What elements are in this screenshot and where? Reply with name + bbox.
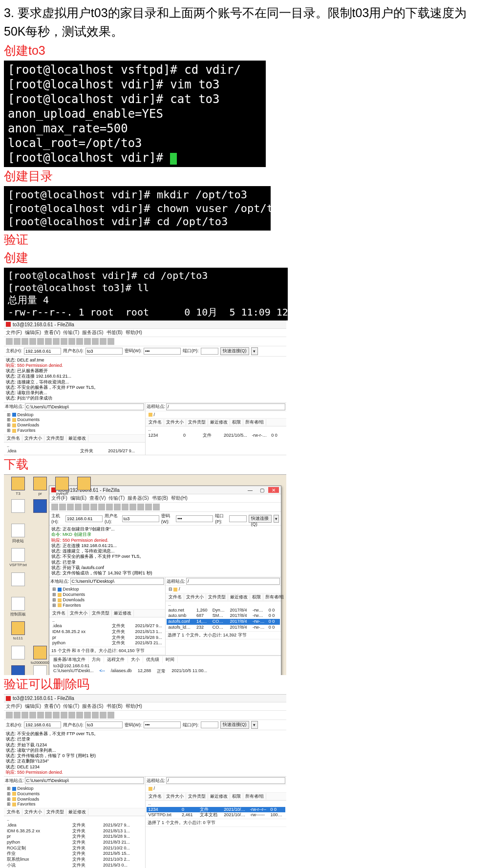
column-header[interactable]: 所有者/组 — [263, 594, 287, 600]
desktop-icon[interactable]: aliases.db — [31, 665, 49, 675]
local-path-input[interactable] — [25, 403, 144, 410]
menu-item[interactable]: 查看(V) — [89, 495, 106, 501]
toolbar-button-icon[interactable] — [76, 338, 83, 345]
menu-item[interactable]: 传输(T) — [108, 495, 125, 501]
list-item[interactable]: .. — [147, 801, 286, 807]
column-header[interactable]: 文件类型 — [186, 419, 208, 425]
toolbar-button-icon[interactable] — [75, 504, 82, 510]
toolbar-button-icon[interactable] — [14, 712, 21, 719]
list-item[interactable]: IDM 6.38.25.2 xx文件夹2021/8/13 1... — [5, 828, 144, 834]
toolbar-button-icon[interactable] — [21, 338, 28, 345]
log-panel[interactable]: 状态: 不安全的服务器，不支持 FTP over TLS。状态: 已登录状态: … — [4, 730, 286, 777]
local-path-input[interactable] — [70, 578, 164, 585]
column-header[interactable]: 权限 — [250, 594, 263, 600]
user-input[interactable] — [85, 721, 123, 728]
menubar[interactable]: 文件(F)编辑(E)查看(V)传输(T)服务器(S)书签(B)帮助(H) — [49, 494, 281, 503]
column-header[interactable]: 文件类型 — [186, 793, 208, 800]
column-header[interactable]: 文件大小 — [22, 435, 44, 442]
toolbar-button-icon[interactable] — [145, 504, 152, 510]
menu-item[interactable]: 文件(F) — [6, 703, 22, 709]
queue-column-header[interactable]: 服务器/本地文件 — [50, 656, 89, 663]
queue-row[interactable]: to3@192.168.0.61 — [49, 663, 281, 668]
desktop-icon[interactable] — [9, 665, 27, 675]
queue-row[interactable]: to3@192.168.0.61 — [49, 675, 281, 675]
toolbar-button-icon[interactable] — [61, 712, 67, 719]
toolbar-button-icon[interactable] — [21, 712, 28, 719]
quickconnect-dropdown-icon[interactable]: ▾ — [274, 515, 279, 523]
menubar[interactable]: 文件(F)编辑(E)查看(V)传输(T)服务器(S)书签(B)帮助(H) — [4, 702, 286, 711]
tree-item[interactable]: ⊞ Downloads — [7, 797, 142, 802]
list-item[interactable]: 12340文件2021/10/5...-rw-r--r--0 0 — [147, 433, 286, 439]
remote-file-list[interactable]: ..auto.net1,260Dynage...2017/8/4-rwxr-x.… — [166, 601, 281, 631]
column-header[interactable]: 文件类型 — [44, 435, 66, 442]
tree-item[interactable]: ⊞ Downloads — [7, 423, 142, 428]
port-input[interactable] — [229, 515, 247, 522]
toolbar-button-icon[interactable] — [100, 338, 107, 345]
tree-item[interactable]: ⊞ Favorites — [7, 802, 142, 807]
desktop-icon[interactable] — [9, 499, 27, 514]
menu-item[interactable]: 文件(F) — [51, 495, 67, 501]
titlebar[interactable]: to3@192.168.0.61 - FileZilla — [4, 321, 286, 329]
log-panel[interactable]: 状态: 正在创建目录"/创建目录"...命令: MKD 创建目录响应: 550 … — [49, 526, 281, 577]
list-item[interactable]: python文件夹2021/8/3 21... — [5, 840, 144, 846]
toolbar-button-icon[interactable] — [153, 504, 160, 510]
menu-item[interactable]: 帮助(H) — [126, 330, 142, 335]
menu-item[interactable]: 帮助(H) — [126, 703, 142, 709]
tree-item[interactable]: ⊞ Documents — [52, 592, 162, 597]
log-panel[interactable]: 状态: DELE asf.tme响应: 550 Permission denie… — [4, 357, 286, 403]
desktop-icon[interactable]: VSFTP.txt — [9, 548, 27, 567]
local-file-list[interactable]: ...idea文件夹2021/9/27 9...IDM 6.38.25.2 xx… — [49, 617, 165, 647]
column-header[interactable]: 文件名 — [50, 610, 68, 616]
column-header[interactable]: 权限 — [230, 793, 243, 800]
desktop-icon[interactable]: 回收站 — [9, 524, 27, 544]
quickconnect-dropdown-icon[interactable]: ▾ — [251, 721, 258, 729]
toolbar-button-icon[interactable] — [83, 504, 89, 510]
toolbar-button-icon[interactable] — [59, 504, 66, 510]
column-header[interactable]: 最近修改 — [66, 809, 88, 815]
menu-item[interactable]: 服务器(S) — [82, 703, 103, 709]
host-input[interactable] — [65, 515, 103, 522]
desktop-icon[interactable]: T3 — [9, 477, 27, 496]
toolbar[interactable] — [4, 337, 286, 346]
pass-input[interactable] — [144, 721, 181, 728]
list-item[interactable]: .. — [50, 618, 164, 624]
menubar[interactable]: 文件(F)编辑(E)查看(V)传输(T)服务器(S)书签(B)帮助(H) — [4, 329, 286, 337]
toolbar-button-icon[interactable] — [29, 338, 36, 345]
pass-input[interactable] — [176, 515, 213, 522]
toolbar-button-icon[interactable] — [84, 338, 91, 345]
pass-input[interactable] — [144, 348, 181, 355]
remote-path-input[interactable] — [166, 777, 285, 784]
desktop-icon[interactable] — [31, 499, 49, 514]
desktop-icon[interactable] — [75, 477, 93, 491]
tree-item[interactable]: ⊞ Desktop — [7, 412, 142, 418]
tree-item[interactable]: ⊞ Favorites — [7, 428, 142, 433]
remote-tree[interactable]: / — [146, 785, 287, 793]
tree-item[interactable]: ⊞ Desktop — [52, 587, 162, 592]
menu-item[interactable]: 服务器(S) — [82, 330, 103, 335]
column-header[interactable]: 文件名 — [5, 435, 22, 442]
column-header[interactable]: 文件名 — [5, 809, 22, 815]
desktop-icon[interactable]: 控制面板 — [9, 597, 27, 617]
list-item[interactable]: 12340文件2021/10/5...-rw-r--r--0 0 — [147, 807, 286, 813]
port-input[interactable] — [201, 348, 218, 355]
toolbar-button-icon[interactable] — [122, 504, 128, 510]
menu-item[interactable]: 编辑(E) — [25, 330, 41, 335]
list-item[interactable]: autofs_ldap_au...232CONF ...2017/8/4-rw-… — [167, 625, 280, 631]
maximize-button[interactable]: ▢ — [256, 487, 267, 493]
minimize-button[interactable]: — — [245, 487, 256, 493]
list-item[interactable]: auto.net1,260Dynage...2017/8/4-rwxr-x...… — [167, 608, 280, 614]
column-header[interactable]: 文件大小 — [68, 610, 90, 616]
column-header[interactable]: 文件大小 — [22, 809, 44, 815]
queue-rows[interactable]: to3@192.168.0.61C:\Users\UT\Deskt...<--/… — [49, 663, 281, 675]
column-header[interactable]: 文件类型 — [206, 594, 228, 600]
remote-header-row[interactable]: 文件名文件大小文件类型最近修改权限所有者/组 — [146, 419, 287, 426]
remote-tree[interactable]: / — [146, 411, 287, 419]
column-header[interactable]: 最近修改 — [208, 793, 230, 800]
tree-item[interactable]: ⊞ Downloads — [52, 597, 162, 603]
list-item[interactable]: ROG定制文件夹2021/10/2 0... — [5, 846, 144, 851]
remote-path-input[interactable] — [186, 578, 280, 585]
user-input[interactable] — [85, 348, 123, 355]
menu-item[interactable]: 书签(B) — [152, 495, 168, 501]
menu-item[interactable]: 编辑(E) — [70, 495, 86, 501]
local-file-list[interactable]: ...idea文件夹2021/9/27 9...IDM 6.38.25.2 xx… — [4, 816, 145, 868]
